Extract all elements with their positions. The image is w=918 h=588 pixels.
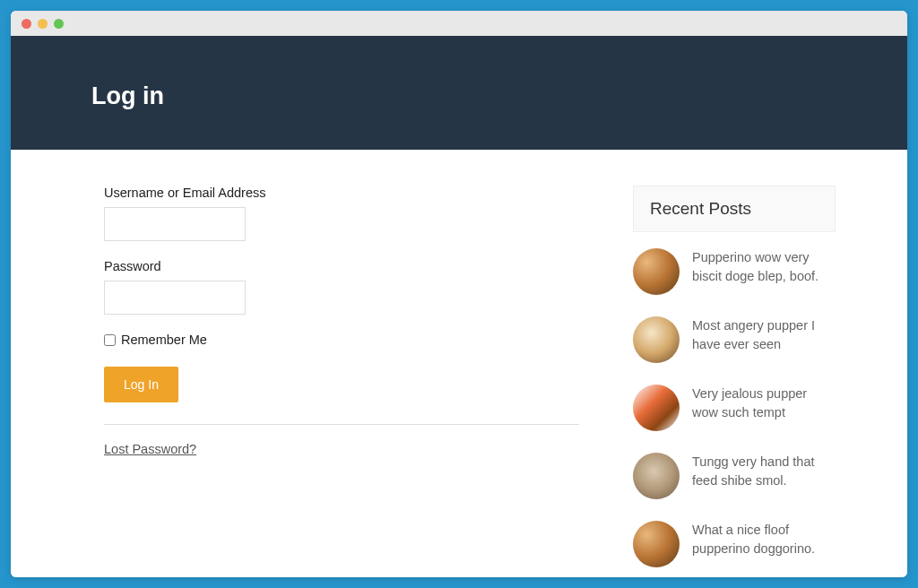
lost-password-link[interactable]: Lost Password?: [104, 442, 196, 456]
remember-me-checkbox[interactable]: [104, 334, 116, 346]
sidebar-heading-box: Recent Posts: [633, 186, 836, 232]
post-title: What a nice floof pupperino doggorino.: [692, 521, 836, 558]
page-header: Log in: [11, 36, 907, 150]
list-item[interactable]: Most angery pupper I have ever seen: [633, 316, 836, 363]
username-input[interactable]: [104, 207, 246, 241]
post-thumbnail: [633, 521, 680, 567]
password-label: Password: [104, 259, 579, 273]
page-title: Log in: [91, 82, 907, 110]
post-title: Most angery pupper I have ever seen: [692, 316, 836, 354]
window-maximize-icon[interactable]: [54, 19, 64, 29]
password-input[interactable]: [104, 281, 246, 315]
list-item[interactable]: Very jealous pupper wow such tempt: [633, 385, 836, 431]
form-divider: [104, 424, 579, 425]
login-button[interactable]: Log In: [104, 367, 178, 402]
window-close-icon[interactable]: [22, 19, 31, 29]
content-area: Username or Email Address Password Remem…: [11, 150, 907, 577]
list-item[interactable]: Tungg very hand that feed shibe smol.: [633, 453, 836, 499]
password-group: Password: [104, 259, 579, 315]
post-thumbnail: [633, 453, 680, 499]
list-item[interactable]: What a nice floof pupperino doggorino.: [633, 521, 836, 567]
page-content: Log in Username or Email Address Passwor…: [11, 36, 907, 577]
browser-titlebar: [11, 11, 907, 36]
recent-posts-list: Pupperino wow very biscit doge blep, boo…: [633, 232, 836, 567]
post-thumbnail: [633, 316, 680, 363]
window-minimize-icon[interactable]: [38, 19, 48, 29]
sidebar-heading: Recent Posts: [650, 199, 818, 219]
list-item[interactable]: Pupperino wow very biscit doge blep, boo…: [633, 248, 836, 295]
post-title: Pupperino wow very biscit doge blep, boo…: [692, 248, 836, 286]
browser-window: Log in Username or Email Address Passwor…: [11, 11, 907, 577]
post-thumbnail: [633, 385, 680, 431]
post-title: Very jealous pupper wow such tempt: [692, 385, 836, 422]
remember-me-label: Remember Me: [121, 333, 207, 347]
post-thumbnail: [633, 248, 680, 295]
remember-me-group: Remember Me: [104, 333, 579, 347]
username-group: Username or Email Address: [104, 186, 579, 241]
login-form-area: Username or Email Address Password Remem…: [11, 186, 633, 577]
sidebar: Recent Posts Pupperino wow very biscit d…: [633, 186, 836, 577]
username-label: Username or Email Address: [104, 186, 579, 200]
post-title: Tungg very hand that feed shibe smol.: [692, 453, 836, 490]
